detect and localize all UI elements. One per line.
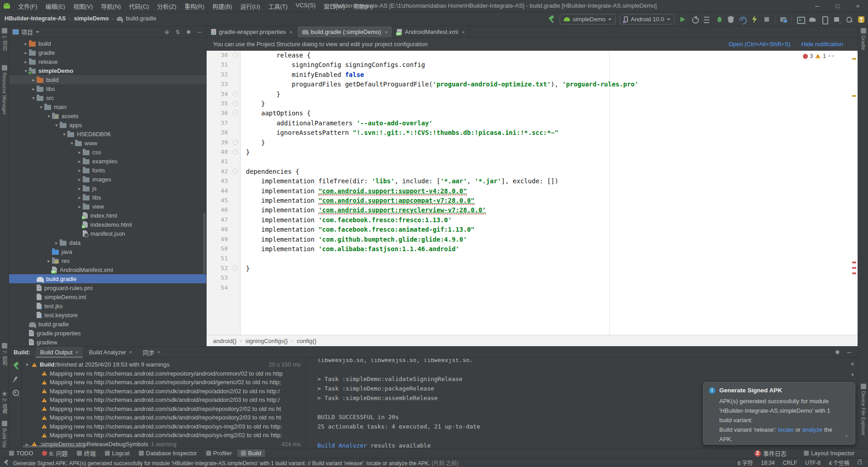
tree-item-manifest.json[interactable]: manifest.json (9, 229, 207, 238)
chevron-collapsed-icon[interactable]: ▸ (76, 195, 83, 200)
notification-popup[interactable]: i Generate Signed APK APK(s) generated s… (703, 382, 855, 445)
tree-item-gradle.properties[interactable]: gradle.properties (9, 329, 207, 338)
chevron-collapsed-icon[interactable]: ▸ (76, 150, 83, 155)
run-button[interactable] (679, 15, 687, 24)
close-icon[interactable]: × (129, 349, 132, 355)
tree-item-www[interactable]: ▾www (9, 138, 207, 148)
tree-item-src[interactable]: ▾src (9, 93, 207, 102)
build-tab-同步[interactable]: 同步× (138, 347, 165, 358)
toolwindow-button-事件日志[interactable]: 2事件日志 (751, 448, 790, 458)
chevron-collapsed-icon[interactable]: ▸ (46, 258, 52, 263)
chevron-collapsed-icon[interactable]: ▸ (24, 442, 31, 447)
chevron-collapsed-icon[interactable]: ▸ (23, 41, 29, 46)
chevron-collapsed-icon[interactable]: ▸ (76, 159, 83, 164)
project-structure-button[interactable] (779, 15, 788, 24)
tree-item-build[interactable]: ▸build (9, 39, 207, 48)
menu-item-构建B[interactable]: 构建(B) (209, 1, 236, 11)
analyze-link[interactable]: analyze (802, 426, 822, 433)
fold-marker[interactable]: − (233, 52, 238, 57)
inspections-widget[interactable]: 3 1 ˄ ˅ (801, 52, 836, 60)
chevron-collapsed-icon[interactable]: ▸ (30, 86, 37, 91)
filter-warnings-button[interactable] (12, 389, 19, 396)
tree-item-simpleDemo[interactable]: ▾simpleDemo (9, 66, 207, 75)
breadcrumb-project[interactable]: HBuilder-Integrate-AS (5, 15, 66, 22)
avatar[interactable] (857, 15, 865, 24)
tree-item-java[interactable]: java (9, 247, 207, 256)
build-tree-row[interactable]: Mapping new ns http://schemas.android.co… (22, 396, 305, 405)
menu-item-代码C[interactable]: 代码(C) (125, 1, 152, 11)
build-tree-row[interactable]: Mapping new ns http://schemas.android.co… (22, 431, 305, 440)
chevron-expanded-icon[interactable]: ▾ (38, 105, 44, 110)
attach-debugger-button[interactable] (727, 16, 734, 23)
chevron-expanded-icon[interactable]: ▾ (69, 141, 75, 146)
code-editor[interactable]: 30−31323334−35−36−373839−40−4142−4344454… (207, 51, 858, 335)
stripe-item-structure[interactable]: 7: 结构 (0, 343, 9, 366)
toolwindow-button-Layout Inspector[interactable]: Layout Inspector (800, 449, 858, 457)
project-view-selector[interactable]: 项目 (21, 28, 33, 36)
collapse-all-button[interactable]: ⇅ (175, 29, 181, 35)
tree-item-build[interactable]: ▸build (9, 75, 207, 84)
tree-item-css[interactable]: ▸css (9, 148, 207, 157)
tree-item-main[interactable]: ▾main (9, 102, 207, 111)
menu-item-VCSS[interactable]: VCS(S) (292, 1, 319, 11)
maximize-button[interactable]: □ (827, 0, 848, 12)
indent-size[interactable]: 4 个空格 (829, 459, 849, 467)
locate-link[interactable]: locate (778, 426, 794, 433)
tree-item-examples[interactable]: ▸examples (9, 157, 207, 166)
collapse-notification-icon[interactable]: ⌃ (844, 434, 849, 441)
tree-item-build.gradle[interactable]: build.gradle (9, 274, 207, 283)
menu-item-工具T[interactable]: 工具(T) (264, 1, 291, 11)
build-tree-row[interactable]: Mapping new ns http://schemas.android.co… (22, 405, 305, 414)
settings-gear-icon[interactable]: ✱ (835, 349, 840, 356)
sdk-manager-button[interactable] (833, 15, 841, 24)
editor-breadcrumb-config[interactable]: config{} (297, 338, 316, 344)
pin-icon[interactable] (12, 376, 19, 382)
build-analyzer-link[interactable]: Build Analyzer (317, 442, 367, 448)
toolwindow-button-TODO[interactable]: TODO (5, 449, 37, 457)
scroll-to-end-icon[interactable]: ⇟ (851, 372, 854, 377)
build-tree-row[interactable]: Mapping new ns http://schemas.android.co… (22, 413, 305, 422)
restart-build-button[interactable] (12, 362, 19, 369)
chevron-collapsed-icon[interactable]: ▸ (76, 204, 83, 209)
tab-gradle-wrapper.properties[interactable]: gradle-wrapper.properties× (207, 26, 297, 38)
debug-button[interactable] (715, 15, 723, 24)
warning-stripe-mark[interactable] (852, 95, 856, 97)
chevron-collapsed-icon[interactable]: ▸ (76, 177, 83, 182)
error-stripe-mark[interactable] (852, 272, 856, 274)
toolwindow-button-Logcat[interactable]: Logcat (101, 449, 133, 457)
selection-chars[interactable]: 6 字符 (738, 459, 753, 467)
chevron-collapsed-icon[interactable]: ▸ (23, 59, 29, 64)
stop-button[interactable] (763, 15, 771, 24)
tree-item-libs[interactable]: ▸libs (9, 84, 207, 93)
banner-open-link[interactable]: Open (Ctrl+Alt+Shift+S) (729, 41, 791, 48)
line-ending[interactable]: CRLF (783, 460, 797, 466)
tree-item-build.gradle[interactable]: build.gradle (9, 319, 207, 329)
chevron-collapsed-icon[interactable]: ▸ (23, 50, 29, 55)
minimize-button[interactable]: ─ (807, 0, 827, 12)
apply-changes-button[interactable] (703, 15, 711, 24)
fold-marker[interactable]: − (233, 101, 238, 106)
console-settings-icon[interactable]: ≡ (851, 361, 854, 367)
warning-stripe-mark[interactable] (852, 58, 856, 60)
tree-item-simpleDemo.iml[interactable]: simpleDemo.iml (9, 292, 207, 301)
fold-marker[interactable]: − (233, 110, 238, 115)
tree-item-test.jks[interactable]: test.jks (9, 301, 207, 310)
tree-item-index.html[interactable]: Hindex.html (9, 211, 207, 220)
tree-item-images[interactable]: ▸images (9, 175, 207, 184)
fold-marker[interactable]: − (233, 266, 238, 271)
tree-item-gradle[interactable]: ▸gradle (9, 48, 207, 57)
stripe-item-project[interactable]: 1: 项目 (0, 28, 9, 51)
run-anything-button[interactable] (796, 15, 804, 24)
toolwindow-button-Database Inspector[interactable]: Database Inspector (135, 449, 201, 457)
close-icon[interactable]: × (157, 349, 160, 355)
tree-item-fonts[interactable]: ▸fonts (9, 166, 207, 175)
fold-marker[interactable]: − (233, 149, 238, 154)
build-tree-row[interactable]: Mapping new ns http://schemas.android.co… (22, 387, 305, 396)
chevron-collapsed-icon[interactable]: ▸ (76, 168, 83, 173)
encoding[interactable]: UTF-8 (805, 460, 821, 466)
close-button[interactable]: × (848, 0, 868, 12)
chevron-expanded-icon[interactable]: ▾ (30, 95, 37, 100)
menu-item-文件F[interactable]: 文件(F) (14, 1, 41, 11)
fold-marker[interactable]: − (233, 91, 238, 96)
toolwindow-button-Build[interactable]: Build (237, 449, 265, 457)
